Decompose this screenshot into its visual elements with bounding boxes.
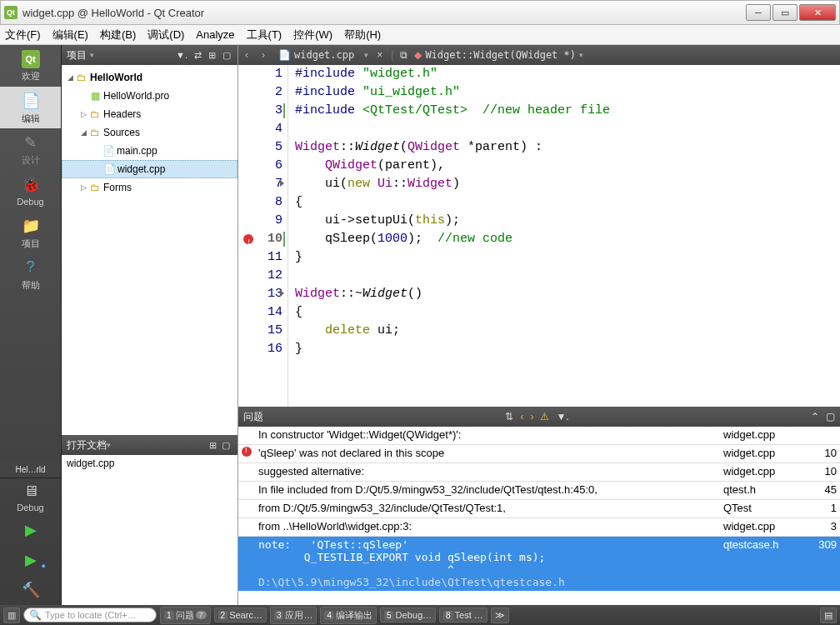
search-icon: 🔍	[29, 609, 42, 621]
nav-fwd-icon[interactable]: ›	[255, 49, 272, 61]
target-selector[interactable]: Hel…rld	[0, 462, 61, 478]
filter2-icon[interactable]: ▼.	[556, 411, 568, 422]
folder-icon: 📁	[21, 216, 41, 236]
locator-input[interactable]: 🔍 Type to locate (Ctrl+…	[23, 608, 157, 622]
brush-icon: ✎	[21, 132, 41, 152]
menu-tools[interactable]: 工具(T)	[247, 28, 282, 42]
menu-help[interactable]: 帮助(H)	[344, 28, 381, 42]
pane-title: 项目	[67, 48, 87, 62]
editor-toolbar: ‹ › 📄 widget.cpp ▾ × | ⧉ ◆ Widget::Widge…	[238, 45, 840, 65]
close-pane-icon[interactable]: ▢	[219, 440, 232, 451]
bookmark-icon[interactable]: ◆	[411, 49, 425, 61]
file-name: widget.cpp	[294, 49, 354, 61]
monitor-icon: 🖥	[21, 481, 41, 501]
mode-debug[interactable]: 🐞 Debug	[0, 170, 61, 212]
output-compile[interactable]: 4编译输出	[320, 607, 377, 624]
split-icon[interactable]: ⊞	[207, 440, 219, 451]
chevron-icon[interactable]: ≫	[491, 608, 509, 623]
menu-widgets[interactable]: 控件(W)	[293, 28, 332, 42]
placeholder-text: Type to locate (Ctrl+…	[45, 610, 137, 620]
tree-pro-file[interactable]: ▦HelloWorld.pro	[62, 87, 238, 105]
menu-analyze[interactable]: Analyze	[196, 28, 234, 41]
filter-icon[interactable]: ▼.	[174, 50, 189, 60]
close-button[interactable]: ✕	[799, 4, 836, 21]
opendocs-header: 打开文档 ▾ ⊞ ▢	[62, 435, 238, 455]
mode-help[interactable]: ? 帮助	[0, 253, 61, 295]
chevron-down-icon[interactable]: ▾	[107, 441, 111, 449]
toggle-sidebar-icon[interactable]: ▥	[3, 608, 20, 623]
bug-icon: 🐞	[21, 175, 41, 195]
mode-design[interactable]: ✎ 设计	[0, 128, 61, 170]
issue-row[interactable]: from ..\HelloWorld\widget.cpp:3:widget.c…	[238, 518, 840, 537]
issue-row[interactable]: from D:/Qt/5.9/mingw53_32/include/QtTest…	[238, 500, 840, 518]
build-button[interactable]: 🔨	[0, 575, 61, 605]
split-icon[interactable]: ⧉	[397, 49, 411, 61]
tree-main-cpp[interactable]: 📄main.cpp	[62, 142, 238, 160]
split-icon[interactable]: ⊞	[207, 50, 218, 61]
file-tab[interactable]: 📄 widget.cpp	[272, 49, 361, 61]
symbol-selector[interactable]: Widget::Widget(QWidget *)	[425, 49, 576, 61]
opendocs-list[interactable]: widget.cpp	[62, 455, 238, 605]
menu-edit[interactable]: 编辑(E)	[52, 28, 88, 42]
titlebar: Qt widget.cpp @ HelloWorld - Qt Creator …	[0, 0, 840, 25]
run-debug-button[interactable]: ▶●	[0, 545, 61, 575]
chevron-down-icon[interactable]: ▾	[90, 51, 94, 59]
code-area[interactable]: #include "widget.h"#include "ui_widget.h…	[288, 65, 840, 407]
issue-row[interactable]: 'qSleep' was not declared in this scopew…	[238, 445, 840, 463]
output-test[interactable]: 8Test …	[439, 608, 488, 622]
menu-file[interactable]: 文件(F)	[5, 28, 41, 42]
kit-debug[interactable]: 🖥 Debug	[0, 478, 61, 515]
code-editor[interactable]: 12345678910111213141516 #include "widget…	[238, 65, 840, 407]
project-pane-header: 项目 ▾ ▼. ⇄ ⊞ ▢	[62, 45, 238, 65]
issue-row-selected[interactable]: note: 'QTest::qSleep' Q_TESTLIB_EXPORT v…	[238, 537, 840, 591]
expand-icon[interactable]: ⌃	[811, 411, 819, 422]
tree-forms[interactable]: ▷🗀Forms	[62, 178, 238, 197]
tree-headers[interactable]: ▷🗀Headers	[62, 105, 238, 123]
tree-widget-cpp[interactable]: 📄widget.cpp	[62, 160, 238, 178]
help-icon: ?	[21, 258, 41, 278]
project-tree[interactable]: ◢🗀HelloWorld ▦HelloWorld.pro ▷🗀Headers ◢…	[62, 65, 238, 435]
issue-row[interactable]: In constructor 'Widget::Widget(QWidget*)…	[238, 427, 840, 445]
output-app[interactable]: 3应用…	[270, 607, 318, 624]
file-icon: 📄	[278, 49, 291, 61]
link-icon[interactable]: ⇄	[192, 50, 203, 61]
tree-sources[interactable]: ◢🗀Sources	[62, 123, 238, 142]
close-pane-icon[interactable]: ▢	[826, 411, 835, 422]
output-debugger[interactable]: 5Debug…	[380, 608, 436, 622]
close-tab-icon[interactable]: ×	[372, 49, 388, 61]
minimize-button[interactable]: ─	[746, 4, 771, 21]
run-button[interactable]: ▶	[0, 515, 61, 545]
nav-back-icon[interactable]: ‹	[238, 49, 255, 61]
pane-title: 问题	[243, 410, 263, 424]
filter-icon[interactable]: ⇅	[505, 411, 513, 422]
menu-debug[interactable]: 调试(D)	[148, 28, 184, 42]
close-pane-icon[interactable]: ▢	[221, 50, 232, 61]
mode-label: Debug	[17, 197, 43, 207]
warning-icon[interactable]: ⚠	[540, 411, 549, 422]
window-title: widget.cpp @ HelloWorld - Qt Creator	[22, 7, 744, 19]
menubar: 文件(F) 编辑(E) 构建(B) 调试(D) Analyze 工具(T) 控件…	[0, 25, 840, 45]
mode-edit[interactable]: 📄 编辑	[0, 87, 61, 128]
issues-list[interactable]: In constructor 'Widget::Widget(QWidget*)…	[238, 427, 840, 605]
menu-build[interactable]: 构建(B)	[100, 28, 136, 42]
maximize-button[interactable]: ▭	[772, 4, 798, 21]
document-icon: 📄	[21, 91, 41, 111]
mode-welcome[interactable]: Qt 欢迎	[0, 45, 61, 87]
issue-row[interactable]: In file included from D:/Qt/5.9/mingw53_…	[238, 482, 840, 500]
chevron-down-icon[interactable]: ▾	[361, 51, 372, 59]
tree-root[interactable]: ◢🗀HelloWorld	[62, 68, 238, 87]
chevron-down-icon[interactable]: ▾	[576, 51, 587, 59]
opendoc-item[interactable]: widget.cpp	[62, 455, 238, 472]
statusbar: ▥ 🔍 Type to locate (Ctrl+… 1问题7 2Searc… …	[0, 605, 840, 625]
mode-label: 编辑	[22, 112, 40, 125]
output-issues[interactable]: 1问题7	[160, 607, 211, 624]
nav-next-icon[interactable]: ›	[530, 411, 533, 422]
mode-projects[interactable]: 📁 项目	[0, 212, 61, 253]
app-icon: Qt	[4, 6, 18, 19]
nav-prev-icon[interactable]: ‹	[520, 411, 523, 422]
line-gutter: 12345678910111213141516	[238, 65, 288, 407]
output-search[interactable]: 2Searc…	[214, 608, 267, 622]
issue-row[interactable]: suggested alternative:widget.cpp10	[238, 463, 840, 482]
progress-icon[interactable]: ▤	[820, 608, 837, 623]
mode-label: Debug	[17, 502, 43, 512]
